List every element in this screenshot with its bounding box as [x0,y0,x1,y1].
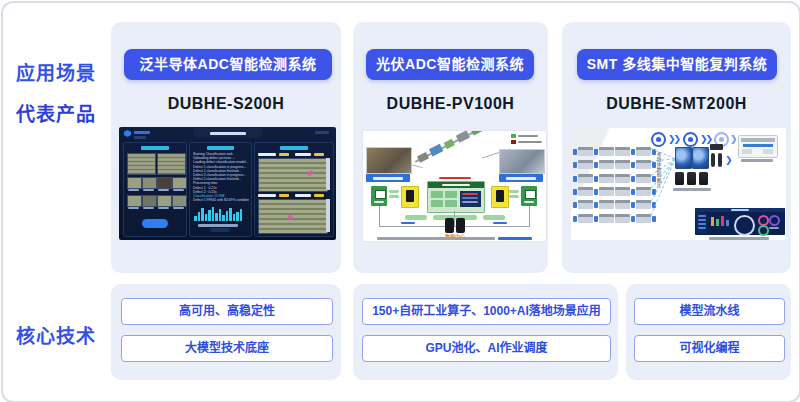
factory-photo-left [366,147,412,174]
inspection-point-label-right [499,174,543,182]
chevron-right-icon: ❯ [730,134,736,144]
conveyor-line [413,130,501,166]
ai-model-image-1 [675,147,692,169]
factory-photo-right [499,149,545,174]
wafer-image-large-1 [127,153,156,175]
datacenter-server-icon [445,218,454,233]
results-panel [254,142,334,237]
gauge-green [758,225,769,236]
defect-thumbnail [172,195,185,210]
header-pill-smt[interactable]: SMT 多线集中智能复判系统 [577,49,777,80]
datacenter-server-icon [456,218,465,233]
wafer-image-large-2 [157,153,186,175]
smt-line-row [573,209,651,221]
ai-server-tower-icon [675,172,684,185]
defect-thumbnail [157,177,170,192]
defect-thumbnail [142,195,155,210]
confidence-histogram [194,204,246,221]
cluster-status-table [460,191,481,207]
brand-logo-icon [124,130,131,137]
ai-server-tower-icon [699,172,708,185]
titlebar [193,128,263,138]
server-box-left [401,186,419,208]
legend-red-swatch [511,140,516,144]
product-name-s200h: DUBHE-S200H [111,95,341,113]
defect-image-1 [258,158,328,192]
workstation-box-left [371,186,387,206]
chevron-right-icon: ❯❯ [700,134,711,144]
monitoring-dashboard [695,208,785,235]
ai-server-tower-icon [687,172,696,185]
screenshot-smt-multiline-diagram: 多线体数据图片 ❯❯ ❯❯ ❯ ❯ [571,128,786,240]
central-gauge [734,215,755,236]
brand-subtitle-bar [134,136,146,139]
defect-thumbnail [157,195,170,210]
smt-line-row [573,195,651,207]
ai-model-image-2 [692,147,709,169]
screenshot-adc-inspection-ui: Starting Classification taskUploading de… [119,127,336,240]
tech-tag-large-model-base[interactable]: 大模型技术底座 [121,335,333,362]
server-tower-icon [496,190,504,202]
step-icon-1 [651,132,666,147]
chevron-right-icon: ❯❯ [668,134,679,144]
meter-icon [711,153,715,167]
inspection-point-label-left [366,174,410,182]
meter-icon [718,153,722,167]
vertical-data-label: 多线体数据图片 [655,152,661,188]
step-icon-2 [683,132,698,147]
defect-thumbnail [127,177,140,192]
cluster-alert-text-bar [439,177,471,180]
sidebar-label-core-technologies: 核心技术 [16,321,112,348]
tech-tag-gpu-pooling[interactable]: GPU池化、AI作业调度 [362,335,611,362]
tech-tag-high-availability[interactable]: 高可用、高稳定性 [121,298,333,325]
tech-tag-model-pipeline[interactable]: 模型流水线 [634,298,785,325]
header-pill-semiconductor[interactable]: 泛半导体ADC智能检测系统 [124,49,332,80]
scrollbar [326,158,330,190]
defect-thumbnail [172,177,185,192]
brand-name-bar [134,131,150,134]
defect-thumbnail [127,195,140,210]
tech-tag-operators-scenarios[interactable]: 150+自研工业算子、1000+AI落地场景应用 [362,298,611,325]
sidebar-label-application-scenarios: 应用场景 [16,58,112,85]
header-pill-photovoltaic[interactable]: 光伏ADC智能检测系统 [366,49,534,80]
monitor-icon [525,190,536,199]
gauge-purple [769,215,780,226]
smt-line-row [573,169,651,181]
thumbnail-grid [127,177,184,211]
product-name-smt200h: DUBHE-SMT200H [562,95,791,113]
screenshot-pv-architecture-diagram: 数据中心 [362,130,547,242]
chevron-right-icon: ❯ [725,155,731,165]
gallery-action-button [142,219,168,228]
legend-green-swatch [511,134,516,138]
gallery-panel [123,142,187,237]
smt-machine-illustration [738,135,778,158]
workstation-box-right [521,186,537,206]
smt-line-row [573,182,651,194]
monitor-icon [375,190,386,199]
classification-log: Starting Classification taskUploading de… [193,152,249,202]
smt-line-row [573,142,651,154]
sidebar-label-representative-products: 代表产品 [16,99,112,126]
smt-line-row [573,155,651,167]
server-tower-icon [406,190,414,202]
product-name-pv100h: DUBHE-PV100H [353,95,548,113]
ai-cluster-box [427,181,485,213]
log-panel: Starting Classification taskUploading de… [189,142,252,237]
window-controls [315,131,329,134]
server-box-right [491,186,509,208]
edge-rack-icon [710,144,723,150]
tech-tag-visual-programming[interactable]: 可视化编程 [634,335,785,362]
defect-thumbnail [142,177,155,192]
